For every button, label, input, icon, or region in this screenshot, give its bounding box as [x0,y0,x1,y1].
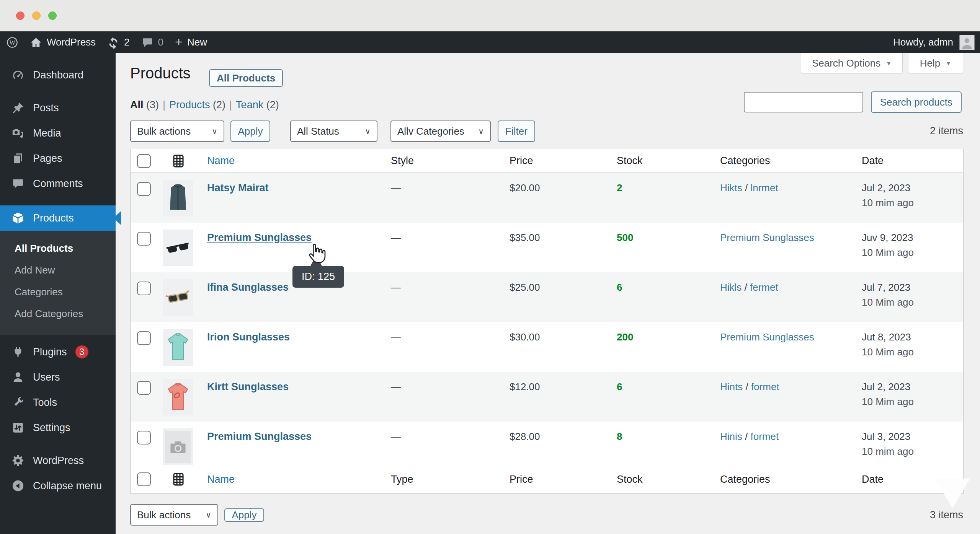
bulk-actions-select[interactable]: Bulk actions ∨ [130,120,224,142]
date-published: Jul 2, 2023 [862,182,963,194]
column-header-name[interactable]: Name [199,465,383,493]
row-checkbox[interactable] [137,282,151,295]
category-link[interactable]: fermet [750,282,778,293]
new-content-menu[interactable]: + New [175,36,207,48]
all-products-button[interactable]: All Products [209,69,283,87]
filter-label: Products [169,99,210,111]
column-header-type: Type [383,465,502,493]
category-link[interactable]: Hinis [720,431,742,442]
filter-link-products[interactable]: Products (2) [169,99,225,111]
user-avatar[interactable] [959,35,975,50]
wordpress-logo-icon[interactable]: W [6,36,18,49]
category-link[interactable]: Premium Sunglasses [720,331,814,343]
category-link[interactable]: formet [750,431,779,442]
search-options-tab[interactable]: Search Options ▼ [801,53,903,74]
sidebar-item-users[interactable]: Users [0,365,116,390]
row-checkbox[interactable] [137,232,151,246]
plus-icon: + [175,35,183,48]
sidebar-item-tools[interactable]: Tools [0,390,116,415]
column-header-price: Price [502,149,609,173]
product-name-link[interactable]: Hatsy Mairat [207,182,269,194]
status-select[interactable]: All Status ∨ [290,120,377,142]
filter-label: Teank [236,99,263,111]
sidebar-item-collapse-menu[interactable]: Collapse menu [0,473,116,498]
sidebar-item-comments[interactable]: Comments [0,171,116,196]
updates-menu[interactable]: 2 [107,36,129,49]
product-name-link[interactable]: Premium Sunglasses [207,232,312,243]
product-name-link[interactable]: Premium Sunglasses [207,431,312,442]
site-name-menu[interactable]: WordPress [30,36,96,49]
product-thumbnail[interactable] [163,180,193,217]
id-tooltip: ID: 125 [292,266,344,288]
table-grid-icon[interactable] [172,472,185,487]
submenu-item-add-categories[interactable]: Add Categories [0,303,100,325]
page-title: Products [130,65,191,82]
category-link[interactable]: Hikts [720,182,742,194]
sidebar-item-dashboard[interactable]: Dashboard [0,62,116,88]
date-cell: Jul 7, 202310 Mim ago [854,272,963,322]
sidebar-item-products[interactable]: Products [0,205,116,231]
submenu-item-add-new[interactable]: Add New [0,259,100,281]
minimize-window-button[interactable] [32,11,41,20]
filter-link-teank[interactable]: Teank (2) [236,99,279,111]
product-thumbnail[interactable] [163,379,193,415]
category-link[interactable]: Hikls [720,282,742,293]
row-checkbox[interactable] [137,431,151,444]
products-submenu: All ProductsAdd NewCategoriesAdd Categor… [0,231,116,335]
sidebar-item-posts[interactable]: Posts [0,95,116,120]
sidebar-item-wordpress[interactable]: WordPress [0,448,116,473]
category-link[interactable]: Hints [720,381,743,392]
apply-button[interactable]: Apply [230,120,270,142]
users-icon [11,371,24,384]
date-published: Juv 9, 2023 [862,232,963,244]
column-header-name[interactable]: Name [199,149,383,173]
sidebar-item-pages[interactable]: Pages [0,146,116,171]
product-row: Kirtt Sunglasses—$12.006Hints / formetJu… [131,372,963,422]
column-header-categories: Categories [712,465,854,493]
select-all-checkbox[interactable] [137,154,151,168]
row-checkbox[interactable] [137,331,151,345]
comments-menu[interactable]: 0 [141,36,163,49]
filter-count: (2) [263,99,279,111]
filter-link-all[interactable]: All (3) [130,99,159,111]
submenu-item-all-products[interactable]: All Products [0,238,100,259]
product-thumbnail[interactable] [163,428,193,465]
product-name-link[interactable]: Kirtt Sunglasses [207,381,289,392]
category-link[interactable]: formet [751,381,779,392]
date-cell: Jut 8, 202310 Mim ago [854,322,963,372]
help-tab[interactable]: Help ▼ [908,53,963,74]
howdy-text[interactable]: Howdy, admn [893,36,953,48]
category-separator: / [743,381,751,392]
product-thumbnail[interactable] [163,279,193,316]
row-checkbox[interactable] [137,381,151,395]
products-table: NameStylePriceStockCategoriesDateHatsy M… [130,149,964,494]
media-icon [11,127,24,140]
table-grid-icon[interactable] [172,154,185,168]
close-window-button[interactable] [16,11,24,20]
maximize-window-button[interactable] [48,11,57,20]
product-thumbnail[interactable] [163,329,193,366]
filter-button[interactable]: Filter [498,120,535,142]
category-select[interactable]: Allv Categories ∨ [390,120,491,142]
sidebar-item-label: Users [33,371,60,383]
product-name-link[interactable]: Ifina Sunglasses [207,282,289,293]
product-name-link[interactable]: Irion Sunglasses [207,331,290,343]
sidebar-item-media[interactable]: Media [0,120,116,146]
bulk-actions-label: Bulk actions [137,509,191,521]
search-products-button[interactable]: Search products [871,91,962,113]
price-cell: $28.00 [502,422,609,465]
category-link[interactable]: Premium Sunglasses [720,232,814,243]
status-select-label: All Status [297,125,339,137]
category-separator: / [742,282,750,293]
select-all-checkbox[interactable] [137,472,151,486]
category-link[interactable]: lnrmet [750,182,778,194]
submenu-item-categories[interactable]: Categories [0,281,100,303]
apply-button-bottom[interactable]: Apply [224,508,264,522]
sidebar-item-settings[interactable]: Settings [0,415,116,440]
sidebar-item-plugins[interactable]: Plugins3 [0,339,116,365]
bulk-actions-select-bottom[interactable]: Bulk actions ∨ [130,504,218,526]
admin-sidebar: DashboardPostsMediaPagesCommentsProducts… [0,53,116,534]
row-checkbox[interactable] [137,182,151,196]
search-input[interactable] [744,92,863,112]
product-thumbnail[interactable] [163,230,193,266]
